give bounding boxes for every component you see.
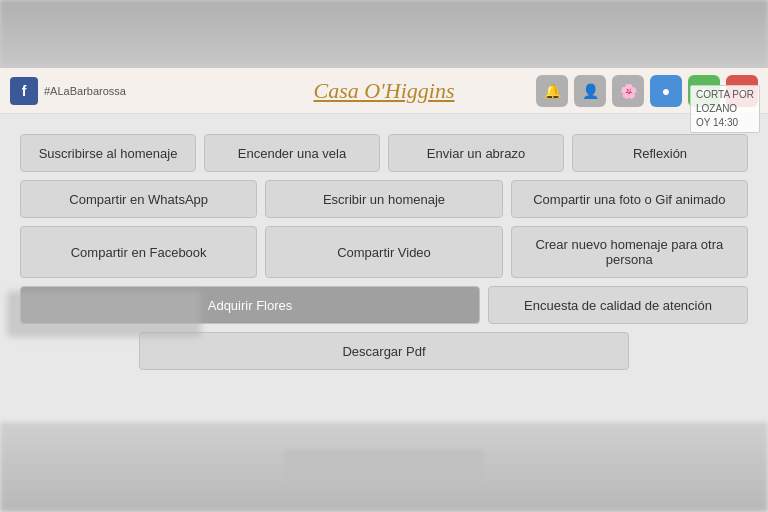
button-row-1: Suscribirse al homenaje Encender una vel… — [20, 134, 748, 172]
background-top — [0, 0, 768, 68]
user-icon-btn[interactable]: 👤 — [574, 75, 606, 107]
overlay-line3: OY 14:30 — [696, 117, 738, 128]
encuesta-button[interactable]: Encuesta de calidad de atención — [488, 286, 748, 324]
overlay-line1: CORTA POR — [696, 89, 754, 100]
blurred-overlay — [7, 291, 201, 337]
bell-icon-btn[interactable]: 🔔 — [536, 75, 568, 107]
overlay-line2: LOZANO — [696, 103, 737, 114]
compartir-whatsapp-button[interactable]: Compartir en WhatsApp — [20, 180, 257, 218]
crear-homenaje-button[interactable]: Crear nuevo homenaje para otra persona — [511, 226, 748, 278]
button-row-3: Compartir en Facebook Compartir Video Cr… — [20, 226, 748, 278]
header-left: f #ALaBarbarossa — [10, 77, 126, 105]
button-row-2: Compartir en WhatsApp Escribir un homena… — [20, 180, 748, 218]
background-bottom — [0, 422, 768, 512]
header-link[interactable]: #ALaBarbarossa — [44, 85, 126, 97]
facebook-icon[interactable]: f — [10, 77, 38, 105]
flower-icon-btn[interactable]: 🌸 — [612, 75, 644, 107]
encender-vela-button[interactable]: Encender una vela — [204, 134, 380, 172]
blurred-bottom-content — [284, 450, 484, 485]
main-content: Suscribirse al homenaje Encender una vel… — [0, 114, 768, 512]
compartir-foto-button[interactable]: Compartir una foto o Gif animado — [511, 180, 748, 218]
site-title: Casa O'Higgins — [313, 78, 454, 104]
compartir-video-button[interactable]: Compartir Video — [265, 226, 502, 278]
suscribirse-button[interactable]: Suscribirse al homenaje — [20, 134, 196, 172]
enviar-abrazo-button[interactable]: Enviar un abrazo — [388, 134, 564, 172]
overlay-badge: CORTA POR LOZANO OY 14:30 — [690, 85, 760, 133]
button-grid: Suscribirse al homenaje Encender una vel… — [0, 114, 768, 380]
blue-icon-btn[interactable]: ● — [650, 75, 682, 107]
reflexion-button[interactable]: Reflexión — [572, 134, 748, 172]
header: f #ALaBarbarossa Casa O'Higgins 🔔 👤 🌸 ● … — [0, 68, 768, 114]
button-row-5: Descargar Pdf — [20, 332, 748, 370]
compartir-facebook-button[interactable]: Compartir en Facebook — [20, 226, 257, 278]
site-title-text: Casa O'Higgins — [313, 78, 454, 103]
escribir-homenaje-button[interactable]: Escribir un homenaje — [265, 180, 502, 218]
descargar-pdf-button[interactable]: Descargar Pdf — [139, 332, 629, 370]
